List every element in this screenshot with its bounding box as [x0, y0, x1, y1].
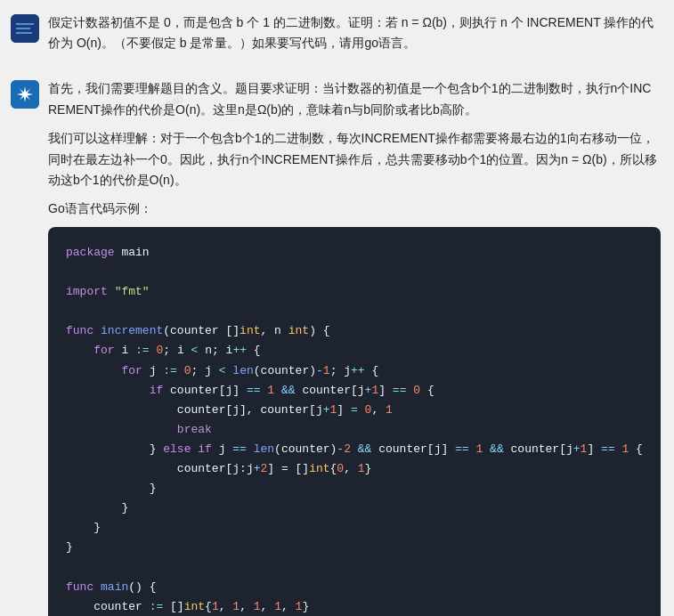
code-block: package main import "fmt" func increment… — [48, 227, 661, 616]
answer-para-1: 首先，我们需要理解题目的含义。题目要求证明：当计数器的初值是一个包含b个1的二进… — [48, 78, 661, 121]
bot-avatar — [11, 80, 39, 109]
answer-content: 63340 63340 63340 首先，我们需要理解题目的含义。题目要求证明：… — [48, 78, 661, 616]
question-block: 假定计数器初值不是 0，而是包含 b 个 1 的二进制数。证明：若 n = Ω(… — [0, 0, 674, 66]
svg-rect-3 — [16, 32, 32, 34]
user-avatar — [11, 14, 39, 43]
svg-rect-2 — [16, 28, 30, 29]
answer-para-3: Go语言代码示例： — [48, 199, 661, 220]
svg-rect-1 — [16, 23, 34, 25]
answer-block: 63340 63340 63340 首先，我们需要理解题目的含义。题目要求证明：… — [0, 66, 674, 616]
question-text: 假定计数器初值不是 0，而是包含 b 个 1 的二进制数。证明：若 n = Ω(… — [48, 12, 660, 53]
answer-para-2: 我们可以这样理解：对于一个包含b个1的二进制数，每次INCREMENT操作都需要… — [48, 128, 661, 191]
